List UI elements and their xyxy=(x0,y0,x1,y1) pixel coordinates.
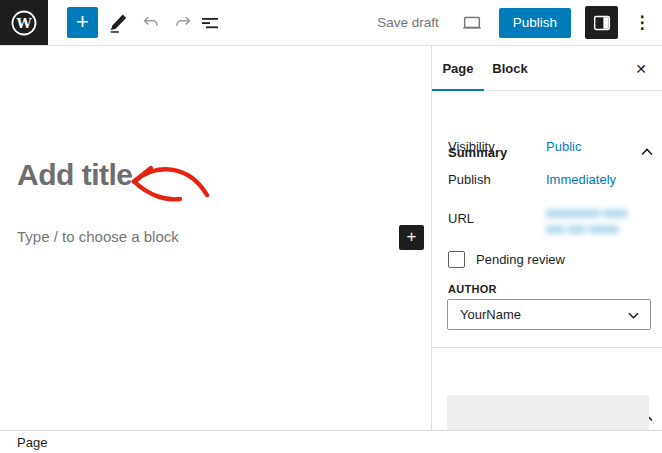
add-block-button[interactable]: + xyxy=(67,7,98,38)
wordpress-logo-button[interactable]: W xyxy=(0,0,48,45)
wordpress-block-editor: W + xyxy=(0,0,662,453)
editor-canvas: Add title Type / to choose a block + WPC… xyxy=(0,46,431,430)
set-featured-image-button[interactable]: Set featured image xyxy=(447,395,649,430)
plus-icon: + xyxy=(407,226,417,248)
author-label: AUTHOR xyxy=(448,283,497,295)
post-title-input[interactable]: Add title xyxy=(17,158,133,192)
pending-review-checkbox[interactable] xyxy=(448,251,465,268)
topbar-actions: Save draft Publish ⋮ xyxy=(371,0,652,45)
block-appender-input[interactable]: Type / to choose a block xyxy=(17,228,179,245)
document-overview-icon xyxy=(200,13,220,33)
plus-icon: + xyxy=(76,8,89,36)
editor-topbar: W + xyxy=(0,0,662,46)
pending-review-row[interactable]: Pending review xyxy=(448,251,565,268)
undo-icon xyxy=(140,12,162,34)
more-options-button[interactable]: ⋮ xyxy=(632,6,652,39)
publish-button[interactable]: Publish xyxy=(499,8,571,38)
settings-sidebar: Page Block ✕ Summary Visibility Public P… xyxy=(431,46,662,430)
inline-add-block-button[interactable]: + xyxy=(399,225,424,250)
chevron-down-icon xyxy=(627,309,640,322)
svg-text:W: W xyxy=(15,15,32,31)
redo-icon xyxy=(172,12,194,34)
close-sidebar-button[interactable]: ✕ xyxy=(628,56,654,82)
document-overview-button[interactable] xyxy=(198,11,222,35)
url-label: URL xyxy=(448,211,474,226)
author-select-value: YourName xyxy=(460,307,521,322)
url-value-blurred-link[interactable]: xxxxxxxxx xxxxxxx xxx xxxxx xyxy=(546,205,632,237)
preview-button[interactable] xyxy=(459,10,485,36)
breadcrumb-page[interactable]: Page xyxy=(17,435,47,450)
edit-mode-button[interactable] xyxy=(106,11,130,35)
author-select[interactable]: YourName xyxy=(447,299,651,330)
pencil-icon xyxy=(107,12,129,34)
sidebar-tabs: Page Block ✕ xyxy=(432,46,662,91)
publish-date-label: Publish xyxy=(448,172,491,187)
undo-button[interactable] xyxy=(139,11,163,35)
pending-review-label: Pending review xyxy=(476,252,565,267)
red-annotation-arrow xyxy=(124,155,210,207)
redo-button[interactable] xyxy=(171,11,195,35)
editor-footer: Page xyxy=(0,430,662,453)
kebab-icon: ⋮ xyxy=(634,13,651,32)
settings-sidebar-toggle-button[interactable] xyxy=(585,6,618,39)
wordpress-logo-icon: W xyxy=(10,9,38,37)
save-draft-button[interactable]: Save draft xyxy=(371,11,445,34)
panel-divider xyxy=(432,347,662,348)
close-icon: ✕ xyxy=(635,61,647,77)
chevron-up-icon[interactable] xyxy=(640,147,654,157)
visibility-label: Visibility xyxy=(448,139,495,154)
publish-date-value-link[interactable]: Immediately xyxy=(546,172,616,187)
sidebar-panel-icon xyxy=(591,12,613,34)
tab-block[interactable]: Block xyxy=(484,46,536,91)
tab-page[interactable]: Page xyxy=(432,46,484,91)
visibility-value-link[interactable]: Public xyxy=(546,139,581,154)
preview-desktop-icon xyxy=(461,12,483,34)
